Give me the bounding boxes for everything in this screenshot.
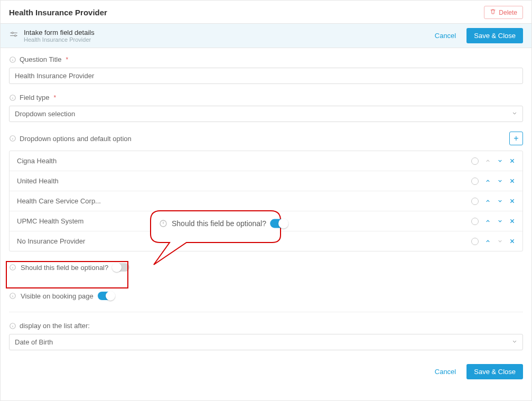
default-option-radio[interactable] — [471, 157, 479, 165]
info-icon — [9, 56, 16, 63]
optional-field-toggle[interactable] — [113, 263, 129, 272]
arrow-down-icon[interactable] — [497, 198, 503, 204]
option-label: Cigna Health — [17, 157, 57, 165]
trash-icon — [490, 8, 496, 16]
option-row: United Health — [10, 171, 522, 191]
remove-option-icon[interactable] — [509, 198, 515, 204]
option-label: UPMC Health System — [17, 217, 83, 225]
svg-point-1 — [12, 32, 13, 34]
display-after-block: display on the list after: Date of Birth — [9, 322, 523, 350]
footer-actions: Cancel Save & Close — [1, 357, 531, 389]
info-icon — [9, 94, 16, 101]
question-title-label: Question Title — [20, 55, 62, 63]
dropdown-options-label: Dropdown options and default option — [20, 135, 132, 143]
arrow-up-icon[interactable] — [485, 178, 491, 184]
required-mark: * — [53, 94, 56, 101]
info-icon — [9, 135, 16, 142]
subheader-bar: Intake form field details Health Insuran… — [1, 23, 531, 48]
remove-option-icon[interactable] — [509, 238, 515, 244]
remove-option-icon[interactable] — [509, 218, 515, 224]
visible-on-booking-toggle[interactable] — [98, 292, 115, 300]
save-close-button-top[interactable]: Save & Close — [466, 28, 523, 43]
option-label: United Health — [17, 177, 59, 185]
divider — [9, 312, 523, 312]
info-icon — [9, 322, 16, 330]
display-after-select[interactable]: Date of Birth — [9, 334, 523, 350]
svg-point-3 — [15, 35, 16, 36]
add-option-button[interactable]: + — [509, 132, 523, 145]
remove-option-icon[interactable] — [509, 158, 515, 164]
visible-on-booking-label: Visible on booking page — [21, 292, 94, 300]
subheader-title: Intake form field details — [24, 29, 95, 36]
info-icon — [9, 264, 16, 271]
option-label: Health Care Service Corp... — [17, 197, 101, 205]
delete-button-label: Delete — [499, 9, 517, 16]
option-row: Cigna Health — [10, 151, 522, 171]
options-list: Cigna Health United Health — [9, 151, 523, 251]
page-header: Health Insurance Provider Delete — [1, 1, 531, 23]
plus-icon: + — [514, 134, 518, 143]
arrow-up-icon[interactable] — [485, 198, 491, 204]
cancel-button-bottom[interactable]: Cancel — [432, 367, 459, 376]
save-close-button-bottom[interactable]: Save & Close — [466, 364, 523, 379]
option-label: No Insurance Provider — [17, 237, 85, 245]
sliders-icon — [9, 30, 18, 41]
field-type-select[interactable]: Dropdown selection — [9, 106, 523, 122]
option-row: UPMC Health System — [10, 211, 522, 231]
default-option-radio[interactable] — [471, 178, 479, 185]
cancel-button-top[interactable]: Cancel — [432, 31, 459, 40]
default-option-radio[interactable] — [471, 238, 479, 245]
field-type-label: Field type — [20, 94, 49, 101]
arrow-down-icon[interactable] — [497, 158, 503, 164]
question-title-block: Question Title * — [9, 55, 523, 84]
arrow-up-icon[interactable] — [485, 218, 491, 224]
optional-field-label: Should this field be optional? — [21, 264, 108, 272]
dropdown-options-block: Dropdown options and default option + Ci… — [9, 132, 523, 251]
display-after-label: display on the list after: — [20, 322, 90, 330]
arrow-down-icon[interactable] — [497, 178, 503, 184]
delete-button[interactable]: Delete — [484, 6, 523, 19]
field-type-block: Field type * Dropdown selection — [9, 94, 523, 122]
visible-on-booking-row: Visible on booking page — [9, 290, 523, 302]
info-icon — [9, 292, 16, 300]
arrow-down-icon — [497, 238, 503, 244]
arrow-down-icon[interactable] — [497, 218, 503, 224]
default-option-radio[interactable] — [471, 198, 479, 205]
question-title-input[interactable] — [9, 68, 523, 84]
option-row: Health Care Service Corp... — [10, 191, 522, 211]
default-option-radio[interactable] — [471, 218, 479, 225]
optional-field-row: Should this field be optional? — [9, 261, 523, 274]
required-mark: * — [66, 56, 69, 63]
remove-option-icon[interactable] — [509, 178, 515, 184]
arrow-up-icon[interactable] — [485, 238, 491, 244]
arrow-up-icon — [485, 158, 491, 164]
page-title: Health Insurance Provider — [9, 8, 107, 17]
option-row: No Insurance Provider — [10, 231, 522, 251]
subheader-subtitle: Health Insurance Provider — [24, 36, 95, 43]
